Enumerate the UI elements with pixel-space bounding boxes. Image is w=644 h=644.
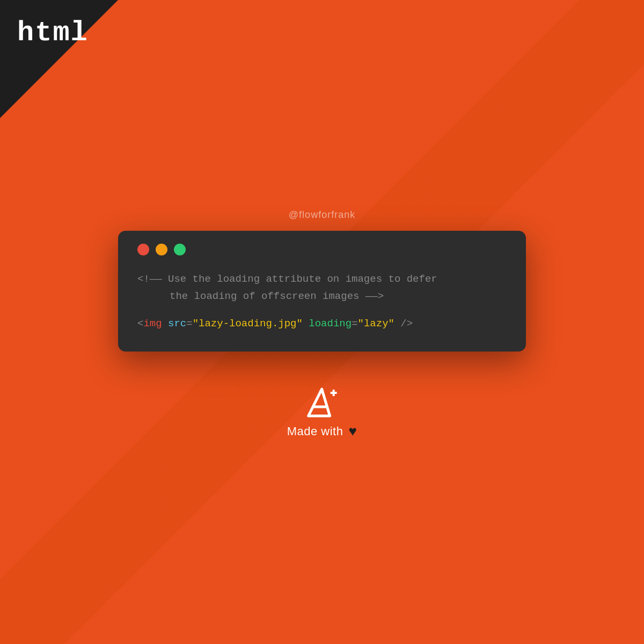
close-button[interactable]: [137, 244, 149, 255]
attr-loading-value: "lazy": [358, 318, 394, 330]
self-close: />: [400, 318, 413, 330]
heart-icon: ♥: [348, 423, 357, 440]
svg-marker-0: [309, 389, 330, 416]
window-buttons: [137, 244, 507, 255]
made-with-row: Made with ♥: [287, 423, 357, 440]
comment-text-1: <!—— Use the loading attribute on images…: [137, 273, 437, 285]
minimize-button[interactable]: [156, 244, 167, 255]
bottom-logo-area: Made with ♥: [287, 386, 357, 440]
img-tag-line: <img src="lazy-loading.jpg" loading="laz…: [137, 315, 507, 332]
comment-line-1: <!—— Use the loading attribute on images…: [137, 270, 507, 288]
open-bracket: <: [137, 318, 143, 330]
made-with-text: Made with: [287, 425, 343, 438]
code-window: <!—— Use the loading attribute on images…: [118, 231, 526, 352]
attr-loading-name: loading: [309, 318, 352, 330]
tag-name: img: [143, 318, 162, 330]
comment-line-2: the loading of offscreen images ——>: [137, 288, 507, 305]
maximize-button[interactable]: [174, 244, 186, 255]
code-content: <!—— Use the loading attribute on images…: [137, 270, 507, 332]
aplus-logo-icon: [306, 386, 338, 419]
html-label: html: [17, 17, 89, 49]
watermark: @flowforfrank: [289, 209, 355, 221]
attr-src-name: src: [168, 318, 186, 330]
comment-text-2: the loading of offscreen images ——>: [170, 290, 384, 302]
attr-src-value: "lazy-loading.jpg": [193, 318, 303, 330]
